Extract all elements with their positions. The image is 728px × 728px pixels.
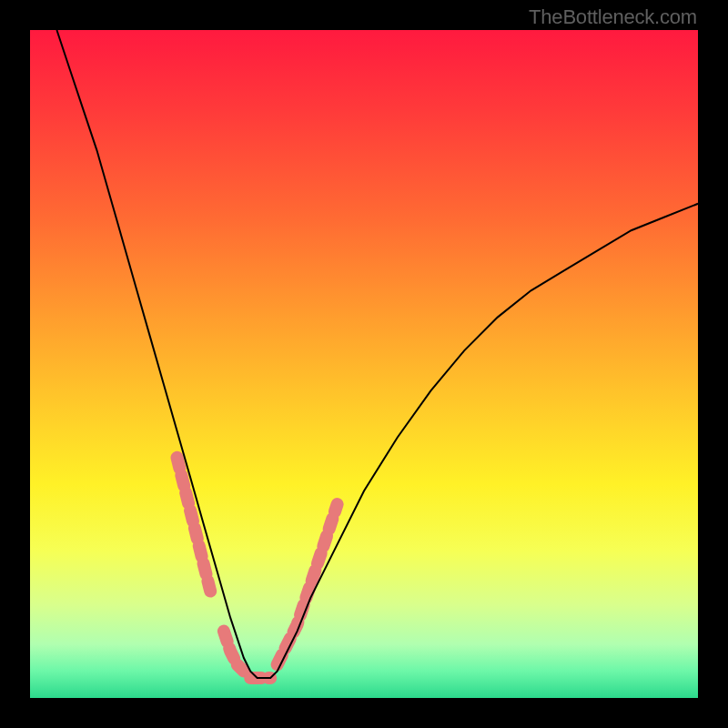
marker-group (177, 458, 338, 678)
chart-frame: TheBottleneck.com (0, 0, 728, 728)
plot-area (30, 30, 698, 698)
watermark-text: TheBottleneck.com (529, 5, 697, 29)
blob-segment (177, 458, 211, 592)
blob-segment (278, 504, 338, 664)
bottleneck-curve (56, 30, 698, 678)
curve-layer (30, 30, 698, 698)
